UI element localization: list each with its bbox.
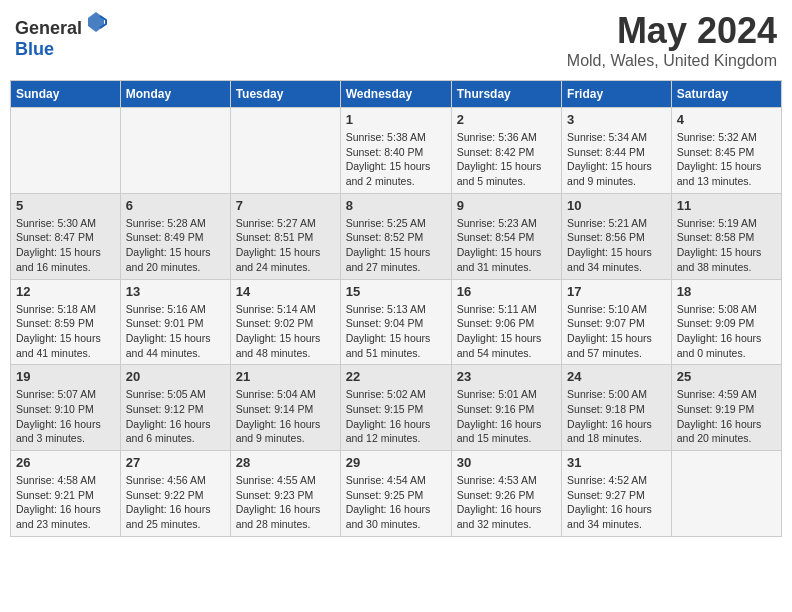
day-info: Sunrise: 5:02 AM Sunset: 9:15 PM Dayligh…	[346, 387, 446, 446]
calendar-week-row: 19Sunrise: 5:07 AM Sunset: 9:10 PM Dayli…	[11, 365, 782, 451]
day-number: 5	[16, 198, 115, 213]
calendar-cell: 3Sunrise: 5:34 AM Sunset: 8:44 PM Daylig…	[562, 108, 672, 194]
calendar-cell: 26Sunrise: 4:58 AM Sunset: 9:21 PM Dayli…	[11, 451, 121, 537]
day-info: Sunrise: 5:30 AM Sunset: 8:47 PM Dayligh…	[16, 216, 115, 275]
calendar-cell: 13Sunrise: 5:16 AM Sunset: 9:01 PM Dayli…	[120, 279, 230, 365]
day-number: 20	[126, 369, 225, 384]
calendar-cell: 11Sunrise: 5:19 AM Sunset: 8:58 PM Dayli…	[671, 193, 781, 279]
logo-text-blue: Blue	[15, 39, 54, 59]
calendar-cell: 4Sunrise: 5:32 AM Sunset: 8:45 PM Daylig…	[671, 108, 781, 194]
day-number: 28	[236, 455, 335, 470]
day-info: Sunrise: 5:19 AM Sunset: 8:58 PM Dayligh…	[677, 216, 776, 275]
day-number: 1	[346, 112, 446, 127]
calendar-cell	[11, 108, 121, 194]
day-info: Sunrise: 5:07 AM Sunset: 9:10 PM Dayligh…	[16, 387, 115, 446]
day-info: Sunrise: 5:18 AM Sunset: 8:59 PM Dayligh…	[16, 302, 115, 361]
day-number: 22	[346, 369, 446, 384]
calendar-cell: 14Sunrise: 5:14 AM Sunset: 9:02 PM Dayli…	[230, 279, 340, 365]
calendar-cell: 9Sunrise: 5:23 AM Sunset: 8:54 PM Daylig…	[451, 193, 561, 279]
calendar-cell: 2Sunrise: 5:36 AM Sunset: 8:42 PM Daylig…	[451, 108, 561, 194]
location-title: Mold, Wales, United Kingdom	[567, 52, 777, 70]
day-number: 18	[677, 284, 776, 299]
calendar-cell	[671, 451, 781, 537]
day-number: 26	[16, 455, 115, 470]
calendar-cell: 20Sunrise: 5:05 AM Sunset: 9:12 PM Dayli…	[120, 365, 230, 451]
page-header: General Blue May 2024 Mold, Wales, Unite…	[10, 10, 782, 70]
calendar-day-header: Sunday	[11, 81, 121, 108]
calendar-day-header: Saturday	[671, 81, 781, 108]
day-number: 3	[567, 112, 666, 127]
day-number: 12	[16, 284, 115, 299]
calendar-cell: 24Sunrise: 5:00 AM Sunset: 9:18 PM Dayli…	[562, 365, 672, 451]
calendar-day-header: Tuesday	[230, 81, 340, 108]
day-number: 4	[677, 112, 776, 127]
day-info: Sunrise: 5:27 AM Sunset: 8:51 PM Dayligh…	[236, 216, 335, 275]
day-number: 23	[457, 369, 556, 384]
day-info: Sunrise: 5:32 AM Sunset: 8:45 PM Dayligh…	[677, 130, 776, 189]
calendar-cell: 22Sunrise: 5:02 AM Sunset: 9:15 PM Dayli…	[340, 365, 451, 451]
calendar-cell: 10Sunrise: 5:21 AM Sunset: 8:56 PM Dayli…	[562, 193, 672, 279]
day-number: 10	[567, 198, 666, 213]
calendar-cell: 16Sunrise: 5:11 AM Sunset: 9:06 PM Dayli…	[451, 279, 561, 365]
day-info: Sunrise: 5:11 AM Sunset: 9:06 PM Dayligh…	[457, 302, 556, 361]
month-title: May 2024	[567, 10, 777, 52]
calendar-day-header: Friday	[562, 81, 672, 108]
logo-icon	[84, 10, 108, 34]
day-info: Sunrise: 5:38 AM Sunset: 8:40 PM Dayligh…	[346, 130, 446, 189]
day-info: Sunrise: 5:08 AM Sunset: 9:09 PM Dayligh…	[677, 302, 776, 361]
logo-text-general: General	[15, 18, 82, 38]
day-number: 31	[567, 455, 666, 470]
day-number: 11	[677, 198, 776, 213]
calendar-cell: 6Sunrise: 5:28 AM Sunset: 8:49 PM Daylig…	[120, 193, 230, 279]
day-number: 19	[16, 369, 115, 384]
day-number: 24	[567, 369, 666, 384]
day-number: 14	[236, 284, 335, 299]
calendar-cell: 23Sunrise: 5:01 AM Sunset: 9:16 PM Dayli…	[451, 365, 561, 451]
calendar-cell: 25Sunrise: 4:59 AM Sunset: 9:19 PM Dayli…	[671, 365, 781, 451]
day-number: 16	[457, 284, 556, 299]
calendar-day-header: Monday	[120, 81, 230, 108]
calendar-cell: 30Sunrise: 4:53 AM Sunset: 9:26 PM Dayli…	[451, 451, 561, 537]
day-number: 15	[346, 284, 446, 299]
calendar-cell: 8Sunrise: 5:25 AM Sunset: 8:52 PM Daylig…	[340, 193, 451, 279]
day-number: 30	[457, 455, 556, 470]
calendar-cell: 7Sunrise: 5:27 AM Sunset: 8:51 PM Daylig…	[230, 193, 340, 279]
day-info: Sunrise: 5:04 AM Sunset: 9:14 PM Dayligh…	[236, 387, 335, 446]
calendar-day-header: Thursday	[451, 81, 561, 108]
day-info: Sunrise: 5:36 AM Sunset: 8:42 PM Dayligh…	[457, 130, 556, 189]
calendar-header-row: SundayMondayTuesdayWednesdayThursdayFrid…	[11, 81, 782, 108]
day-number: 9	[457, 198, 556, 213]
calendar-cell: 21Sunrise: 5:04 AM Sunset: 9:14 PM Dayli…	[230, 365, 340, 451]
day-number: 13	[126, 284, 225, 299]
calendar-cell	[230, 108, 340, 194]
day-number: 6	[126, 198, 225, 213]
calendar-cell: 12Sunrise: 5:18 AM Sunset: 8:59 PM Dayli…	[11, 279, 121, 365]
calendar-week-row: 1Sunrise: 5:38 AM Sunset: 8:40 PM Daylig…	[11, 108, 782, 194]
day-info: Sunrise: 4:55 AM Sunset: 9:23 PM Dayligh…	[236, 473, 335, 532]
day-info: Sunrise: 5:28 AM Sunset: 8:49 PM Dayligh…	[126, 216, 225, 275]
day-info: Sunrise: 5:23 AM Sunset: 8:54 PM Dayligh…	[457, 216, 556, 275]
day-info: Sunrise: 5:10 AM Sunset: 9:07 PM Dayligh…	[567, 302, 666, 361]
calendar-cell: 19Sunrise: 5:07 AM Sunset: 9:10 PM Dayli…	[11, 365, 121, 451]
day-info: Sunrise: 5:05 AM Sunset: 9:12 PM Dayligh…	[126, 387, 225, 446]
calendar-cell: 28Sunrise: 4:55 AM Sunset: 9:23 PM Dayli…	[230, 451, 340, 537]
calendar-cell: 27Sunrise: 4:56 AM Sunset: 9:22 PM Dayli…	[120, 451, 230, 537]
calendar-day-header: Wednesday	[340, 81, 451, 108]
day-info: Sunrise: 4:58 AM Sunset: 9:21 PM Dayligh…	[16, 473, 115, 532]
day-info: Sunrise: 4:59 AM Sunset: 9:19 PM Dayligh…	[677, 387, 776, 446]
calendar-cell: 18Sunrise: 5:08 AM Sunset: 9:09 PM Dayli…	[671, 279, 781, 365]
calendar-cell: 29Sunrise: 4:54 AM Sunset: 9:25 PM Dayli…	[340, 451, 451, 537]
day-info: Sunrise: 5:34 AM Sunset: 8:44 PM Dayligh…	[567, 130, 666, 189]
calendar-cell: 31Sunrise: 4:52 AM Sunset: 9:27 PM Dayli…	[562, 451, 672, 537]
calendar-week-row: 5Sunrise: 5:30 AM Sunset: 8:47 PM Daylig…	[11, 193, 782, 279]
day-info: Sunrise: 4:56 AM Sunset: 9:22 PM Dayligh…	[126, 473, 225, 532]
day-number: 25	[677, 369, 776, 384]
day-info: Sunrise: 4:53 AM Sunset: 9:26 PM Dayligh…	[457, 473, 556, 532]
day-number: 17	[567, 284, 666, 299]
logo: General Blue	[15, 10, 108, 60]
day-number: 29	[346, 455, 446, 470]
day-info: Sunrise: 5:21 AM Sunset: 8:56 PM Dayligh…	[567, 216, 666, 275]
day-info: Sunrise: 4:54 AM Sunset: 9:25 PM Dayligh…	[346, 473, 446, 532]
day-info: Sunrise: 5:16 AM Sunset: 9:01 PM Dayligh…	[126, 302, 225, 361]
calendar-cell: 5Sunrise: 5:30 AM Sunset: 8:47 PM Daylig…	[11, 193, 121, 279]
